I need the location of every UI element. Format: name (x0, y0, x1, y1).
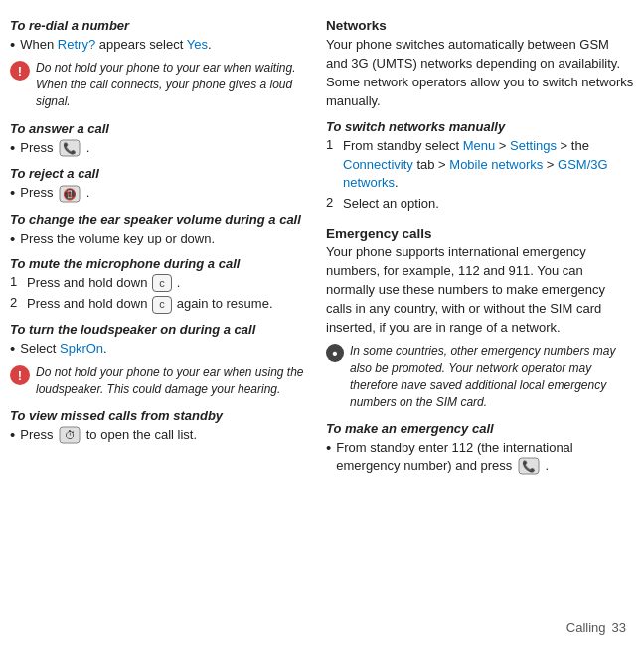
mute-steps: 1 Press and hold down c . 2 Press and ho… (10, 274, 306, 314)
make-emergency-title: To make an emergency call (326, 421, 634, 436)
mute-step-2: 2 Press and hold down c again to resume. (10, 295, 306, 314)
note-box: • In some countries, other emergency num… (326, 343, 634, 409)
bullet-icon: • (10, 185, 15, 200)
volume-text: Press the volume key up or down. (20, 230, 215, 247)
press-reject-label: Press (20, 185, 53, 200)
left-column: To re-dial a number • When Retry? appear… (10, 18, 318, 631)
step-num-2: 2 (10, 295, 22, 310)
press-missed-label: Press (20, 427, 53, 442)
switch-step-2-text: Select an option. (343, 195, 439, 213)
redialing-text: When Retry? appears select Yes. (20, 36, 211, 54)
warning-text-2: Do not hold your phone to your ear when … (36, 364, 306, 398)
make-emergency-text: From standby enter 112 (the internationa… (336, 439, 634, 476)
switch-step-2: 2 Select an option. (326, 195, 634, 213)
emergency-phone-icon: 📞 (518, 457, 540, 475)
green-phone-icon: 📞 (59, 139, 80, 157)
speaker-text: Select SpkrOn. (20, 340, 106, 358)
select-label: Select (20, 341, 56, 356)
bullet-icon: • (10, 140, 15, 155)
spkron-link: SpkrOn (60, 341, 103, 356)
warning-box-1: ! Do not hold your phone to your ear whe… (10, 60, 306, 109)
emergency-header: Emergency calls (326, 226, 634, 241)
missed-bullet: • Press ⏱ to open the call list. (10, 426, 306, 445)
c-key-icon-2: c (152, 296, 172, 314)
bullet-icon: • (326, 440, 331, 455)
emergency-body: Your phone supports international emerge… (326, 243, 634, 337)
switch-networks-title: To switch networks manually (326, 119, 634, 134)
step1-post: . (177, 275, 181, 290)
section-redialing-title: To re-dial a number (10, 18, 306, 33)
svg-text:⏱: ⏱ (65, 429, 76, 441)
warning-icon-2: ! (10, 365, 30, 385)
step2-post: again to resume. (177, 296, 273, 311)
switch-step-num-1: 1 (326, 137, 338, 152)
step2-pre: Press and hold down (27, 296, 147, 311)
note-icon: • (326, 344, 344, 362)
mute-step-1: 1 Press and hold down c . (10, 274, 306, 293)
section-answer-title: To answer a call (10, 121, 306, 136)
switch-step-num-2: 2 (326, 195, 338, 210)
section-mute-title: To mute the microphone during a call (10, 256, 306, 271)
right-column: Networks Your phone switches automatical… (318, 18, 634, 631)
answer-bullet: • Press 📞 . (10, 139, 306, 158)
warning-box-2: ! Do not hold your phone to your ear whe… (10, 364, 306, 398)
missed-text: Press ⏱ to open the call list. (20, 426, 197, 445)
footer: Calling 33 (566, 620, 626, 635)
svg-text:📞: 📞 (522, 459, 536, 473)
mute-step-2-text: Press and hold down c again to resume. (27, 295, 273, 314)
retry-link: Retry? (58, 37, 95, 52)
switch-steps: 1 From standby select Menu > Settings > … (326, 137, 634, 213)
activity-icon: ⏱ (59, 426, 80, 444)
settings-link: Settings (510, 138, 557, 153)
mobile-networks-link: Mobile networks (449, 157, 543, 172)
reject-bullet: • Press 📵 . (10, 184, 306, 203)
svg-text:📵: 📵 (63, 187, 77, 201)
svg-text:📞: 📞 (63, 141, 77, 155)
networks-header: Networks (326, 18, 634, 33)
bullet-icon: • (10, 427, 15, 442)
step-num-1: 1 (10, 274, 22, 289)
connectivity-link: Connectivity (343, 157, 413, 172)
bullet-icon: • (10, 37, 15, 52)
note-text: In some countries, other emergency numbe… (350, 343, 634, 409)
press-answer-label: Press (20, 140, 53, 155)
speaker-period: . (103, 341, 107, 356)
volume-bullet: • Press the volume key up or down. (10, 230, 306, 247)
bullet-icon: • (10, 341, 15, 356)
warning-icon-1: ! (10, 61, 30, 81)
section-volume-title: To change the ear speaker volume during … (10, 212, 306, 227)
switch-step-1: 1 From standby select Menu > Settings > … (326, 137, 634, 192)
footer-label: Calling (566, 620, 606, 635)
section-missed-title: To view missed calls from standby (10, 408, 306, 423)
step1-pre: Press and hold down (27, 275, 147, 290)
bullet-icon: • (10, 231, 15, 245)
c-key-icon: c (152, 274, 172, 292)
warning-text-1: Do not hold your phone to your ear when … (36, 60, 306, 109)
footer-page: 33 (612, 620, 626, 635)
speaker-bullet: • Select SpkrOn. (10, 340, 306, 358)
missed-post: to open the call list. (86, 427, 197, 442)
switch-step-1-text: From standby select Menu > Settings > th… (343, 137, 634, 192)
section-speaker-title: To turn the loudspeaker on during a call (10, 322, 306, 337)
section-reject-title: To reject a call (10, 166, 306, 181)
answer-text: Press 📞 . (20, 139, 89, 158)
menu-link: Menu (463, 138, 496, 153)
networks-body: Your phone switches automatically betwee… (326, 36, 634, 110)
yes-link: Yes (187, 37, 208, 52)
reject-text: Press 📵 . (20, 184, 89, 203)
redialing-bullet: • When Retry? appears select Yes. (10, 36, 306, 54)
mute-step-1-text: Press and hold down c . (27, 274, 180, 293)
red-phone-icon: 📵 (59, 185, 80, 203)
make-emergency-bullet: • From standby enter 112 (the internatio… (326, 439, 634, 476)
